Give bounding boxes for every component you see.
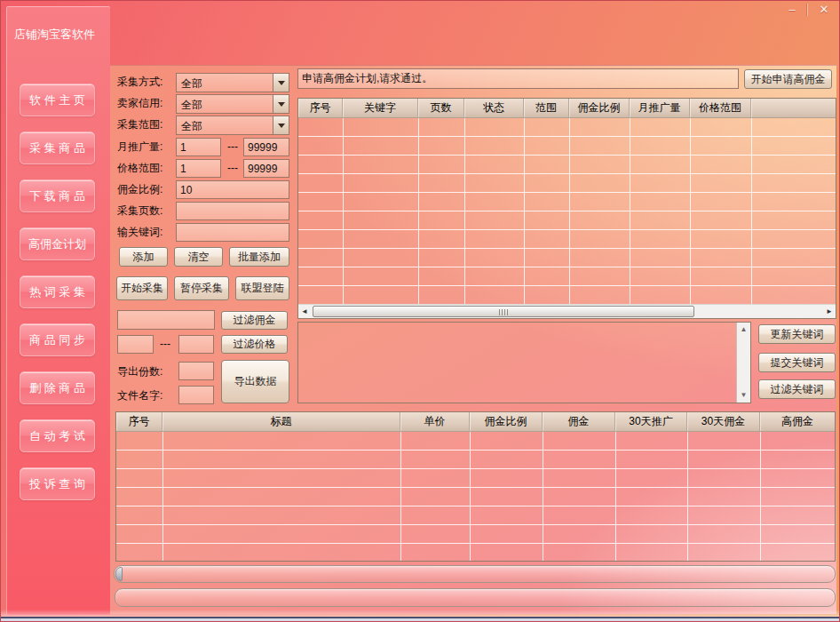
- table-gridline: [470, 432, 471, 561]
- filter-price-button[interactable]: 过滤价格: [221, 335, 288, 354]
- arrow-right-icon[interactable]: ►: [823, 305, 836, 318]
- column-header[interactable]: 月推广量: [630, 99, 690, 117]
- minimize-icon: –: [788, 3, 795, 16]
- column-header[interactable]: 页数: [418, 99, 464, 117]
- column-header[interactable]: 佣金比例: [470, 412, 543, 431]
- collect-pages-input[interactable]: [176, 202, 289, 220]
- column-header[interactable]: 序号: [298, 99, 343, 117]
- submit-keywords-button[interactable]: 提交关键词: [758, 353, 836, 372]
- sidebar: 店铺淘宝客软件 软 件 主 页 采 集 商 品 下 载 商 品 高佣金计划 热 …: [6, 6, 110, 615]
- product-table: 序号 标题 单价 佣金比例 佣金 30天推广 30天佣金 高佣金: [115, 411, 836, 562]
- start-collect-button[interactable]: 开始采集: [116, 276, 168, 300]
- table-gridline: [343, 118, 344, 304]
- frame-bottom-light-line: [1, 618, 839, 621]
- column-header[interactable]: 佣金比例: [569, 99, 630, 117]
- sidebar-item-hot-words[interactable]: 热 词 采 集: [20, 275, 95, 308]
- sidebar-item-auto-exam[interactable]: 自 动 考 试: [20, 419, 95, 452]
- table-gridline: [162, 432, 163, 561]
- arrow-down-icon[interactable]: ▼: [737, 389, 750, 402]
- column-header-filler: [751, 99, 836, 117]
- commission-ratio-input[interactable]: [176, 180, 289, 199]
- price-range-max-input[interactable]: [243, 159, 289, 178]
- window-controls-divider: [807, 4, 808, 16]
- progress-bar-secondary: [115, 588, 836, 607]
- column-header[interactable]: 30天推广: [615, 412, 687, 431]
- table-gridline: [569, 118, 570, 304]
- keyword-listbox[interactable]: ▲ ▼: [297, 322, 751, 403]
- table-gridline: [630, 118, 630, 304]
- column-header[interactable]: 范围: [524, 99, 569, 117]
- collect-method-label: 采集方式:: [117, 73, 162, 92]
- column-header[interactable]: 状态: [464, 99, 524, 117]
- monthly-promo-max-input[interactable]: [243, 138, 289, 156]
- sidebar-item-complaint-query[interactable]: 投 诉 查 询: [20, 467, 95, 500]
- commission-ratio-label: 佣金比例:: [117, 180, 162, 199]
- collect-scope-dropdown-button[interactable]: [273, 116, 289, 134]
- product-table-body[interactable]: [116, 432, 835, 561]
- column-header[interactable]: 佣金: [543, 412, 615, 431]
- sidebar-item-delete-products[interactable]: 删 除 商 品: [20, 371, 95, 404]
- monthly-promo-label: 月推广量:: [117, 138, 162, 156]
- table-gridline: [690, 118, 691, 304]
- column-header[interactable]: 30天佣金: [687, 412, 760, 431]
- price-filter-max-input[interactable]: [178, 335, 214, 354]
- hscrollbar-thumb[interactable]: [313, 306, 694, 317]
- monthly-promo-separator: ---: [224, 138, 242, 156]
- minimize-button[interactable]: –: [779, 3, 805, 18]
- table-gridline: [751, 118, 752, 304]
- column-header[interactable]: 关键字: [343, 99, 418, 117]
- export-data-button[interactable]: 导出数据: [221, 360, 289, 403]
- commission-filter-input[interactable]: [117, 310, 215, 330]
- column-header[interactable]: 价格范围: [690, 99, 751, 117]
- batch-add-button[interactable]: 批量添加: [229, 247, 289, 267]
- column-header[interactable]: 序号: [116, 412, 162, 431]
- keyword-table-header: 序号 关键字 页数 状态 范围 佣金比例 月推广量 价格范围: [298, 99, 836, 118]
- column-header[interactable]: 单价: [400, 412, 470, 431]
- column-header[interactable]: 标题: [162, 412, 400, 431]
- price-range-min-input[interactable]: [176, 159, 221, 178]
- seller-credit-value: 全部: [177, 95, 273, 113]
- keyword-table-hscrollbar[interactable]: ◄ ►: [298, 304, 836, 318]
- arrow-up-icon[interactable]: ▲: [737, 323, 750, 336]
- app-window: – ✕ 店铺淘宝客软件 软 件 主 页 采 集 商 品 下 载 商 品 高佣金计…: [0, 0, 840, 622]
- clear-button[interactable]: 清空: [174, 247, 223, 267]
- export-count-input[interactable]: [178, 362, 214, 380]
- filter-keywords-button[interactable]: 过滤关键词: [758, 379, 836, 399]
- alliance-login-button[interactable]: 联盟登陆: [235, 276, 289, 300]
- filter-commission-button[interactable]: 过滤佣金: [221, 311, 288, 330]
- seller-credit-select[interactable]: 全部: [176, 94, 289, 114]
- table-gridline: [524, 118, 525, 304]
- progress-bar-primary: [114, 565, 836, 583]
- add-button[interactable]: 添加: [119, 247, 168, 267]
- high-commission-message-input[interactable]: [297, 68, 739, 89]
- sidebar-item-collect-products[interactable]: 采 集 商 品: [20, 132, 95, 164]
- sidebar-item-product-sync[interactable]: 商 品 同 步: [20, 323, 95, 356]
- product-table-header: 序号 标题 单价 佣金比例 佣金 30天推广 30天佣金 高佣金: [116, 412, 835, 432]
- price-filter-min-input[interactable]: [117, 335, 154, 354]
- collect-method-select[interactable]: 全部: [176, 73, 289, 92]
- sidebar-item-high-commission[interactable]: 高佣金计划: [20, 227, 95, 260]
- monthly-promo-min-input[interactable]: [176, 138, 221, 156]
- collect-method-dropdown-button[interactable]: [273, 74, 289, 92]
- collect-scope-select[interactable]: 全部: [176, 116, 289, 135]
- seller-credit-dropdown-button[interactable]: [273, 95, 289, 113]
- close-button[interactable]: ✕: [811, 3, 837, 18]
- keyword-table-body[interactable]: [298, 118, 836, 304]
- progress-chunk: [115, 567, 123, 581]
- collect-scope-label: 采集范围:: [117, 116, 162, 134]
- price-range-label: 价格范围:: [117, 159, 162, 178]
- table-gridline: [543, 432, 543, 561]
- table-gridline: [418, 118, 419, 304]
- input-keyword-label: 输关键词:: [117, 223, 162, 242]
- sidebar-item-home[interactable]: 软 件 主 页: [20, 84, 95, 116]
- keyword-listbox-vscrollbar[interactable]: ▲ ▼: [736, 323, 750, 403]
- pause-collect-button[interactable]: 暂停采集: [174, 276, 229, 300]
- sidebar-item-download-products[interactable]: 下 载 商 品: [20, 179, 95, 212]
- file-name-input[interactable]: [178, 386, 214, 404]
- scrollbar-grip-icon: [499, 309, 509, 315]
- apply-high-commission-button[interactable]: 开始申请高佣金: [744, 69, 832, 89]
- arrow-left-icon[interactable]: ◄: [298, 305, 311, 318]
- input-keyword-input[interactable]: [176, 223, 289, 242]
- column-header[interactable]: 高佣金: [760, 412, 835, 431]
- update-keywords-button[interactable]: 更新关键词: [758, 324, 836, 344]
